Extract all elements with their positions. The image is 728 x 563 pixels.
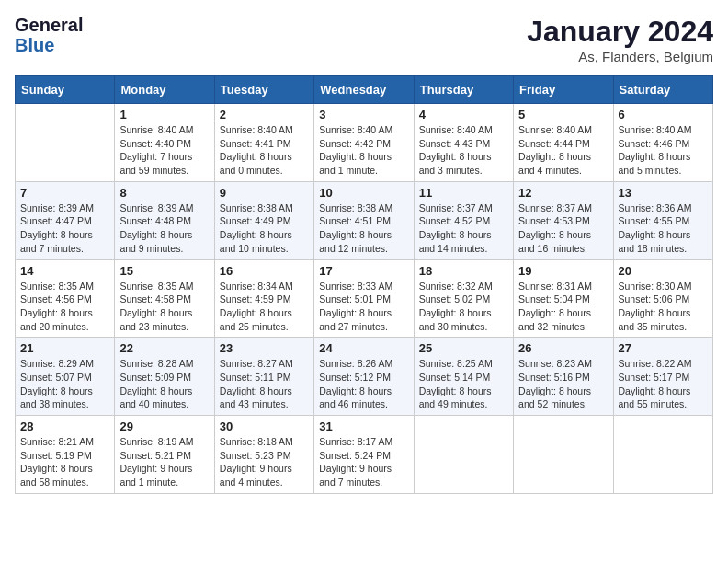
calendar-cell: 13Sunrise: 8:36 AM Sunset: 4:55 PM Dayli… — [613, 181, 712, 259]
calendar-cell: 19Sunrise: 8:31 AM Sunset: 5:04 PM Dayli… — [514, 259, 613, 338]
day-number: 23 — [220, 341, 309, 355]
day-detail: Sunrise: 8:31 AM Sunset: 5:04 PM Dayligh… — [518, 280, 608, 334]
day-number: 1 — [119, 108, 209, 121]
day-detail: Sunrise: 8:27 AM Sunset: 5:11 PM Dayligh… — [220, 357, 309, 411]
col-saturday: Saturday — [613, 76, 712, 104]
calendar-cell: 25Sunrise: 8:25 AM Sunset: 5:14 PM Dayli… — [414, 338, 513, 416]
calendar-cell: 6Sunrise: 8:40 AM Sunset: 4:46 PM Daylig… — [613, 104, 712, 182]
calendar-week-row: 21Sunrise: 8:29 AM Sunset: 5:07 PM Dayli… — [16, 338, 713, 416]
day-number: 19 — [518, 264, 608, 278]
day-detail: Sunrise: 8:37 AM Sunset: 4:53 PM Dayligh… — [518, 201, 608, 256]
day-number: 24 — [319, 341, 408, 355]
day-detail: Sunrise: 8:28 AM Sunset: 5:09 PM Dayligh… — [119, 357, 209, 411]
calendar-cell: 8Sunrise: 8:39 AM Sunset: 4:48 PM Daylig… — [115, 181, 214, 259]
calendar-cell: 9Sunrise: 8:38 AM Sunset: 4:49 PM Daylig… — [214, 181, 313, 259]
calendar-week-row: 14Sunrise: 8:35 AM Sunset: 4:56 PM Dayli… — [16, 259, 713, 338]
calendar-cell: 22Sunrise: 8:28 AM Sunset: 5:09 PM Dayli… — [115, 338, 214, 416]
logo-blue: Blue — [15, 35, 83, 55]
day-detail: Sunrise: 8:40 AM Sunset: 4:46 PM Dayligh… — [619, 123, 708, 178]
day-number: 13 — [619, 186, 708, 200]
day-detail: Sunrise: 8:30 AM Sunset: 5:06 PM Dayligh… — [619, 280, 708, 334]
header-row: Sunday Monday Tuesday Wednesday Thursday… — [16, 76, 713, 104]
calendar-cell: 15Sunrise: 8:35 AM Sunset: 4:58 PM Dayli… — [115, 259, 214, 338]
calendar-cell: 28Sunrise: 8:21 AM Sunset: 5:19 PM Dayli… — [16, 416, 115, 494]
day-detail: Sunrise: 8:19 AM Sunset: 5:21 PM Dayligh… — [119, 435, 209, 489]
calendar-cell: 17Sunrise: 8:33 AM Sunset: 5:01 PM Dayli… — [314, 259, 414, 338]
col-friday: Friday — [514, 76, 613, 104]
day-number: 14 — [20, 264, 109, 278]
calendar-cell: 7Sunrise: 8:39 AM Sunset: 4:47 PM Daylig… — [16, 181, 115, 259]
day-number: 4 — [419, 108, 508, 121]
logo-general: General — [15, 15, 83, 35]
day-number: 21 — [20, 341, 109, 355]
col-sunday: Sunday — [16, 76, 115, 104]
day-detail: Sunrise: 8:22 AM Sunset: 5:17 PM Dayligh… — [619, 357, 708, 411]
day-number: 12 — [518, 186, 608, 200]
logo: General Blue — [15, 15, 83, 55]
day-number: 25 — [419, 341, 508, 355]
calendar-cell: 24Sunrise: 8:26 AM Sunset: 5:12 PM Dayli… — [314, 338, 414, 416]
day-detail: Sunrise: 8:33 AM Sunset: 5:01 PM Dayligh… — [319, 280, 408, 334]
calendar-week-row: 7Sunrise: 8:39 AM Sunset: 4:47 PM Daylig… — [16, 181, 713, 259]
calendar-cell: 2Sunrise: 8:40 AM Sunset: 4:41 PM Daylig… — [214, 104, 313, 182]
day-detail: Sunrise: 8:23 AM Sunset: 5:16 PM Dayligh… — [518, 357, 608, 411]
day-number: 10 — [319, 186, 408, 200]
calendar-cell — [514, 416, 613, 494]
day-detail: Sunrise: 8:39 AM Sunset: 4:48 PM Dayligh… — [119, 201, 209, 256]
day-number: 28 — [20, 419, 109, 433]
day-detail: Sunrise: 8:40 AM Sunset: 4:44 PM Dayligh… — [518, 123, 608, 178]
col-tuesday: Tuesday — [214, 76, 313, 104]
calendar-week-row: 28Sunrise: 8:21 AM Sunset: 5:19 PM Dayli… — [16, 416, 713, 494]
day-detail: Sunrise: 8:26 AM Sunset: 5:12 PM Dayligh… — [319, 357, 408, 411]
day-detail: Sunrise: 8:40 AM Sunset: 4:41 PM Dayligh… — [220, 123, 309, 178]
day-number: 7 — [20, 186, 109, 200]
day-number: 2 — [220, 108, 309, 121]
day-detail: Sunrise: 8:40 AM Sunset: 4:43 PM Dayligh… — [419, 123, 508, 178]
day-detail: Sunrise: 8:40 AM Sunset: 4:42 PM Dayligh… — [319, 123, 408, 178]
calendar-cell: 18Sunrise: 8:32 AM Sunset: 5:02 PM Dayli… — [414, 259, 513, 338]
day-number: 30 — [220, 419, 309, 433]
day-number: 17 — [319, 264, 408, 278]
day-number: 5 — [518, 108, 608, 121]
day-number: 15 — [119, 264, 209, 278]
col-thursday: Thursday — [414, 76, 513, 104]
day-number: 6 — [619, 108, 708, 121]
day-number: 16 — [220, 264, 309, 278]
day-number: 3 — [319, 108, 408, 121]
day-detail: Sunrise: 8:18 AM Sunset: 5:23 PM Dayligh… — [220, 435, 309, 489]
col-monday: Monday — [115, 76, 214, 104]
day-number: 26 — [518, 341, 608, 355]
day-number: 9 — [220, 186, 309, 200]
calendar-cell — [613, 416, 712, 494]
day-number: 20 — [619, 264, 708, 278]
calendar-cell — [16, 104, 115, 182]
day-detail: Sunrise: 8:35 AM Sunset: 4:58 PM Dayligh… — [119, 280, 209, 334]
day-number: 18 — [419, 264, 508, 278]
day-detail: Sunrise: 8:32 AM Sunset: 5:02 PM Dayligh… — [419, 280, 508, 334]
day-number: 11 — [419, 186, 508, 200]
calendar-cell: 10Sunrise: 8:38 AM Sunset: 4:51 PM Dayli… — [314, 181, 414, 259]
day-number: 27 — [619, 341, 708, 355]
day-detail: Sunrise: 8:37 AM Sunset: 4:52 PM Dayligh… — [419, 201, 508, 256]
day-detail: Sunrise: 8:38 AM Sunset: 4:51 PM Dayligh… — [319, 201, 408, 256]
calendar-table: Sunday Monday Tuesday Wednesday Thursday… — [15, 75, 713, 494]
month-title: January 2024 — [527, 15, 713, 49]
calendar-cell: 4Sunrise: 8:40 AM Sunset: 4:43 PM Daylig… — [414, 104, 513, 182]
calendar-cell: 20Sunrise: 8:30 AM Sunset: 5:06 PM Dayli… — [613, 259, 712, 338]
page-header: General Blue January 2024 As, Flanders, … — [15, 15, 713, 64]
calendar-cell: 23Sunrise: 8:27 AM Sunset: 5:11 PM Dayli… — [214, 338, 313, 416]
calendar-week-row: 1Sunrise: 8:40 AM Sunset: 4:40 PM Daylig… — [16, 104, 713, 182]
calendar-cell: 12Sunrise: 8:37 AM Sunset: 4:53 PM Dayli… — [514, 181, 613, 259]
logo-text: General Blue — [15, 15, 83, 55]
calendar-cell: 5Sunrise: 8:40 AM Sunset: 4:44 PM Daylig… — [514, 104, 613, 182]
calendar-cell: 31Sunrise: 8:17 AM Sunset: 5:24 PM Dayli… — [314, 416, 414, 494]
day-detail: Sunrise: 8:38 AM Sunset: 4:49 PM Dayligh… — [220, 201, 309, 256]
day-detail: Sunrise: 8:29 AM Sunset: 5:07 PM Dayligh… — [20, 357, 109, 411]
day-detail: Sunrise: 8:40 AM Sunset: 4:40 PM Dayligh… — [119, 123, 209, 178]
day-detail: Sunrise: 8:17 AM Sunset: 5:24 PM Dayligh… — [319, 435, 408, 489]
title-area: January 2024 As, Flanders, Belgium — [527, 15, 713, 64]
calendar-cell: 26Sunrise: 8:23 AM Sunset: 5:16 PM Dayli… — [514, 338, 613, 416]
day-detail: Sunrise: 8:25 AM Sunset: 5:14 PM Dayligh… — [419, 357, 508, 411]
location-title: As, Flanders, Belgium — [527, 49, 713, 64]
calendar-cell: 11Sunrise: 8:37 AM Sunset: 4:52 PM Dayli… — [414, 181, 513, 259]
